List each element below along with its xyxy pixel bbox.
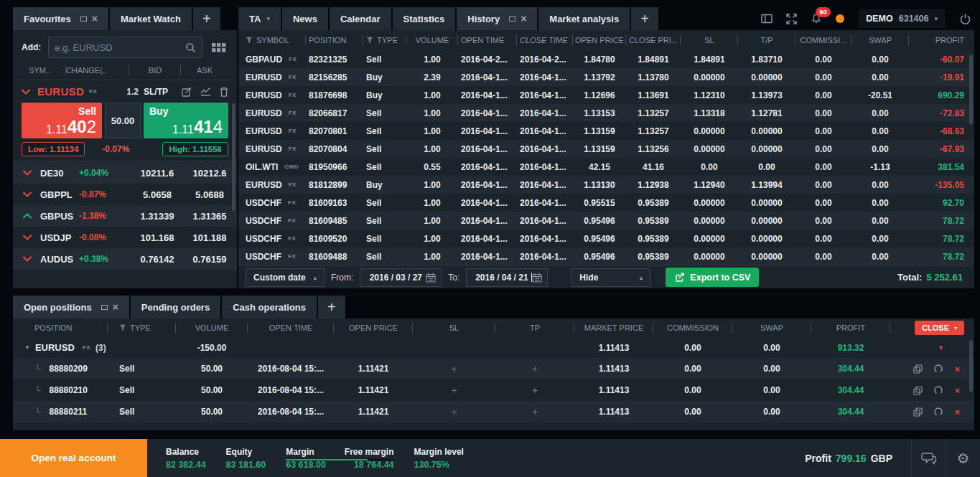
- duplicate-order-icon[interactable]: [913, 364, 923, 374]
- chart-icon[interactable]: [200, 87, 211, 96]
- from-date-input[interactable]: 2016 / 03 / 27: [360, 268, 442, 287]
- hide-select[interactable]: Hide ▴: [571, 268, 650, 287]
- add-sl-button[interactable]: +: [451, 384, 457, 396]
- reverse-position-icon[interactable]: [933, 407, 943, 417]
- filter-funnel-icon[interactable]: [366, 37, 373, 44]
- column-header-sl[interactable]: SL: [681, 30, 738, 50]
- tab-statistics[interactable]: Statistics: [393, 7, 456, 30]
- tab-favourites[interactable]: Favourites ×: [13, 7, 108, 30]
- column-header-sl[interactable]: SL: [413, 318, 495, 337]
- history-row[interactable]: EURUSDFX82070801Sell1.002016-04-1...2016…: [238, 122, 974, 140]
- column-header-open-price[interactable]: OPEN PRICE: [334, 318, 413, 337]
- history-row[interactable]: EURUSDFX82156285Buy2.392016-04-1...2016-…: [238, 68, 974, 86]
- group-close-dropdown-icon[interactable]: ▼: [938, 344, 944, 351]
- buy-button[interactable]: Buy 1.11414: [144, 103, 228, 138]
- filter-funnel-icon[interactable]: [119, 324, 126, 331]
- add-tab-button[interactable]: +: [193, 7, 220, 30]
- symbol-row[interactable]: GBPPL-0.87%5.06585.0688: [13, 184, 237, 205]
- calendar-icon[interactable]: [532, 273, 542, 283]
- tab-market-analysis[interactable]: Market analysis: [538, 7, 630, 30]
- symbol-row[interactable]: GBPUS-1.38%1.313391.31365: [13, 205, 237, 227]
- symbol-row[interactable]: DE30+0.04%10211.610212.6: [13, 162, 237, 184]
- column-header-ask[interactable]: ASK: [181, 66, 228, 75]
- history-row[interactable]: USDCHFFX81609163Sell1.002016-04-1...2016…: [238, 194, 974, 212]
- column-header-volume[interactable]: VOLUME: [406, 30, 458, 50]
- ask-price[interactable]: 10212.6: [188, 168, 231, 179]
- column-header-commissi[interactable]: COMMISSI...: [795, 30, 851, 50]
- add-sl-button[interactable]: +: [451, 363, 457, 374]
- column-header-bid[interactable]: BID: [129, 66, 181, 75]
- settings-gear-icon[interactable]: ⚙: [946, 439, 980, 477]
- reverse-position-icon[interactable]: [933, 385, 943, 395]
- column-header-type[interactable]: TYPE: [363, 30, 406, 50]
- fullscreen-icon[interactable]: [786, 14, 797, 24]
- history-row[interactable]: USDCHFFX81609488Sell1.002016-04-1...2016…: [238, 247, 974, 265]
- symbol-search-input[interactable]: [55, 42, 185, 53]
- date-range-select[interactable]: Custom date ▴: [246, 268, 325, 287]
- tab-market-watch[interactable]: Market Watch: [110, 7, 192, 30]
- column-header-open-time[interactable]: OPEN TIME: [458, 30, 517, 50]
- notifications-bell-icon[interactable]: 90: [811, 13, 822, 24]
- history-row[interactable]: USDCHFFX81609520Sell1.002016-04-1...2016…: [238, 230, 974, 247]
- export-csv-button[interactable]: Export to CSV: [666, 268, 759, 287]
- popout-icon[interactable]: [509, 16, 515, 22]
- bid-price[interactable]: 10211.6: [126, 168, 188, 179]
- bid-price[interactable]: 101.168: [126, 232, 188, 243]
- column-header-symbol[interactable]: SYMBOL: [238, 30, 306, 50]
- tab-pending-orders[interactable]: Pending orders: [131, 296, 220, 318]
- to-date-input[interactable]: 2016 / 04 / 21: [466, 268, 548, 287]
- edit-order-icon[interactable]: [182, 87, 192, 97]
- position-row[interactable]: └88880210Sell50.002016-08-04 15:...1.114…: [13, 379, 974, 401]
- popout-icon[interactable]: [101, 305, 108, 310]
- scrollbar-thumb[interactable]: [969, 55, 973, 125]
- volume-input[interactable]: 50.00: [105, 103, 141, 138]
- popout-icon[interactable]: [80, 16, 87, 22]
- search-icon[interactable]: [185, 42, 196, 53]
- close-icon[interactable]: ×: [92, 14, 98, 24]
- ask-price[interactable]: 5.0688: [188, 189, 231, 200]
- layout-icon[interactable]: [761, 14, 773, 24]
- add-tp-button[interactable]: +: [532, 384, 538, 396]
- symbol-search-box[interactable]: [48, 37, 202, 58]
- column-header-profit[interactable]: PROFIT: [811, 318, 890, 337]
- history-row[interactable]: GBPAUDFX82321325Sell1.002016-04-2...2016…: [238, 50, 974, 68]
- column-header-profit[interactable]: PROFIT: [909, 30, 974, 50]
- history-row[interactable]: USDCHFFX81609485Sell1.002016-04-1...2016…: [238, 212, 974, 230]
- history-row[interactable]: EURUSDFX82066817Sell1.002016-04-1...2016…: [238, 104, 974, 122]
- duplicate-order-icon[interactable]: [913, 407, 923, 417]
- column-header-commission[interactable]: COMMISSION: [653, 318, 732, 337]
- history-row[interactable]: EURUSDFX81812899Buy1.002016-04-1...2016-…: [238, 176, 974, 194]
- column-header-swap[interactable]: SWAP: [732, 318, 811, 337]
- add-tab-button[interactable]: +: [318, 296, 345, 318]
- add-tab-button[interactable]: +: [631, 7, 658, 30]
- instrument-header[interactable]: EURUSD FX 1.2 SL/TP: [13, 80, 237, 101]
- ask-price[interactable]: 1.31365: [188, 211, 231, 222]
- bid-price[interactable]: 5.0658: [126, 189, 188, 200]
- tab-news[interactable]: News: [282, 7, 328, 30]
- bid-price[interactable]: 1.31339: [126, 211, 188, 222]
- add-tp-button[interactable]: +: [532, 363, 538, 374]
- history-row[interactable]: EURUSDFX81876698Buy1.002016-04-1...2016-…: [238, 86, 974, 104]
- close-icon[interactable]: ×: [113, 302, 118, 312]
- column-header-position[interactable]: POSITION: [13, 318, 108, 337]
- tab-calendar[interactable]: Calendar: [330, 7, 391, 30]
- column-header-close-pri[interactable]: CLOSE PRI...: [626, 30, 681, 50]
- history-row[interactable]: EURUSDFX82070804Sell1.002016-04-1...2016…: [238, 140, 974, 158]
- tab-ta[interactable]: TA ▾: [238, 7, 281, 30]
- filter-funnel-icon[interactable]: [246, 37, 253, 44]
- reverse-position-icon[interactable]: [933, 364, 943, 374]
- column-header-open-time[interactable]: OPEN TIME: [248, 318, 334, 337]
- add-tp-button[interactable]: +: [532, 406, 538, 417]
- open-real-account-button[interactable]: Open real account: [0, 439, 147, 477]
- chat-icon[interactable]: [911, 439, 946, 477]
- close-position-icon[interactable]: ×: [954, 386, 960, 395]
- account-selector[interactable]: DEMO 631406 ▾: [858, 9, 946, 28]
- close-position-icon[interactable]: ×: [954, 407, 960, 417]
- column-header-close-time[interactable]: CLOSE TIME: [517, 30, 573, 50]
- symbol-row[interactable]: USDJP-0.08%101.168101.188: [13, 227, 237, 248]
- column-header-market-price[interactable]: MARKET PRICE: [574, 318, 653, 337]
- collapse-triangle-icon[interactable]: ▼: [24, 344, 30, 351]
- column-header-position[interactable]: POSITION: [306, 30, 363, 50]
- add-sl-button[interactable]: +: [451, 406, 457, 417]
- column-header-t-p[interactable]: T/P: [738, 30, 795, 50]
